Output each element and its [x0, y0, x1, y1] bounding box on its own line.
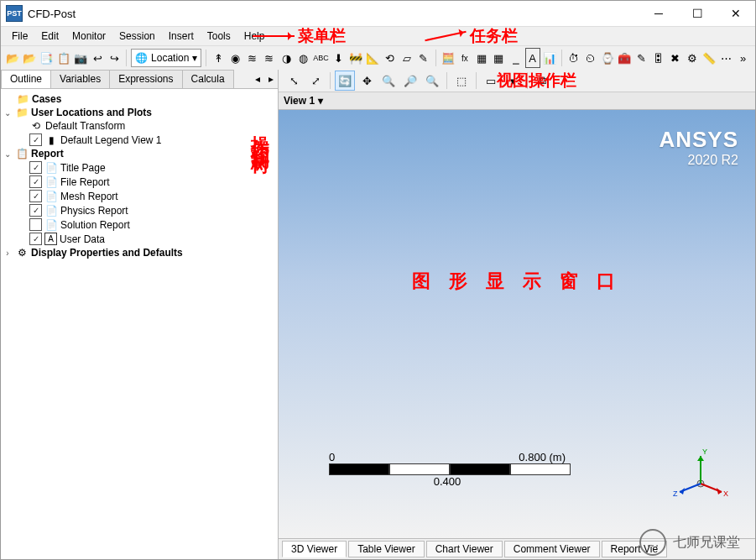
checkbox[interactable]: ✓	[29, 133, 42, 146]
menu-help[interactable]: Help	[238, 29, 271, 44]
volume-icon[interactable]: ◍	[295, 48, 310, 68]
pan-icon[interactable]: ✥	[357, 71, 377, 91]
tree-solution-report[interactable]: 📄 Solution Report	[29, 217, 276, 232]
checkbox[interactable]	[29, 218, 42, 231]
calculator-icon[interactable]: 🧮	[441, 48, 456, 68]
label-icon[interactable]: A	[525, 48, 540, 68]
arrow-down-icon[interactable]: ⬇	[331, 48, 347, 68]
undo-icon[interactable]: ↩	[90, 48, 105, 68]
overflow-icon[interactable]: »	[736, 48, 751, 68]
expander-icon[interactable]: ⌄	[3, 149, 13, 159]
tab-table-viewer[interactable]: Table Viewer	[348, 541, 424, 557]
tab-outline[interactable]: Outline	[1, 70, 51, 88]
tree-file-report[interactable]: ✓ 📄 File Report	[29, 175, 276, 189]
open2-icon[interactable]: 📂	[22, 48, 37, 68]
view-dropdown-icon[interactable]: ▾	[318, 95, 323, 107]
tree-default-legend[interactable]: ✓ ▮ Default Legend View 1	[29, 133, 276, 147]
vector-icon[interactable]: ↟	[211, 48, 226, 68]
clock-icon[interactable]: ⌚	[600, 48, 615, 68]
tab-variables[interactable]: Variables	[50, 70, 110, 88]
tree-user-locations[interactable]: ⌄ 📁 User Locations and Plots	[3, 106, 276, 119]
menu-monitor[interactable]: Monitor	[66, 29, 112, 44]
contour-icon[interactable]: ◉	[227, 48, 242, 68]
plane-icon[interactable]: ▱	[399, 48, 414, 68]
rect-icon[interactable]: ▭	[481, 71, 501, 91]
tab-next-icon[interactable]: ▸	[264, 73, 278, 85]
menu-bar: File Edit Monitor Session Insert Tools H…	[1, 27, 755, 46]
menu-insert[interactable]: Insert	[163, 29, 200, 44]
view-header[interactable]: View 1 ▾	[279, 92, 755, 110]
expander-icon[interactable]: ›	[3, 249, 13, 258]
pick-icon[interactable]: ⤢	[305, 71, 326, 91]
tab-3d-viewer[interactable]: 3D Viewer	[282, 541, 347, 557]
menu-session[interactable]: Session	[113, 29, 161, 44]
minimize-button[interactable]: ─	[639, 1, 678, 26]
expander-icon[interactable]: ⌄	[3, 108, 13, 118]
viewport[interactable]: ANSYS 2020 R2 图 形 显 示 窗 口 0 0.800 (m) 0.…	[279, 110, 755, 538]
tab-comment-viewer[interactable]: Comment Viewer	[504, 541, 600, 557]
checkbox[interactable]: ✓	[29, 233, 42, 245]
tab-expressions[interactable]: Expressions	[109, 70, 182, 88]
tree-physics-report[interactable]: ✓ 📄 Physics Report	[29, 203, 276, 217]
box-icon[interactable]: ⬚	[451, 71, 472, 91]
zoom-in-icon[interactable]: 🔎	[400, 71, 420, 91]
tree-mesh-report[interactable]: ✓ 📄 Mesh Report	[29, 189, 276, 203]
orbit-icon[interactable]: ⟲	[382, 48, 397, 68]
outline-tree[interactable]: 📁 Cases ⌄ 📁 User Locations and Plots ⟲ D…	[1, 89, 278, 559]
tree-title-page[interactable]: ✓ 📄 Title Page	[29, 160, 276, 175]
timer2-icon[interactable]: ⏲	[583, 48, 598, 68]
ruler-icon[interactable]: 📐	[365, 48, 380, 68]
tree-display-properties[interactable]: › ⚙ Display Properties and Defaults	[3, 246, 276, 259]
gear-icon[interactable]: ⚙	[685, 48, 700, 68]
text-icon[interactable]: ABC	[312, 48, 330, 68]
maximize-button[interactable]: ☐	[678, 1, 717, 26]
tree-user-data[interactable]: ✓ A User Data	[29, 232, 276, 246]
line-icon[interactable]: ⎯	[508, 48, 523, 68]
chart-icon[interactable]: 📊	[542, 48, 557, 68]
checkbox[interactable]: ✓	[29, 175, 42, 188]
multi-view-icon[interactable]: ⧉	[532, 71, 552, 91]
checkbox[interactable]: ✓	[29, 161, 42, 174]
rotate-icon[interactable]: 🔄	[335, 71, 355, 91]
location-dropdown[interactable]: 🌐 Location ▾	[131, 49, 201, 67]
copy-icon[interactable]: 📋	[56, 48, 71, 68]
zoom-icon[interactable]: 🔍	[378, 71, 399, 91]
tab-chart-viewer[interactable]: Chart Viewer	[426, 541, 503, 557]
settings-icon[interactable]: 🎛	[651, 48, 666, 68]
particle-icon[interactable]: ◑	[279, 48, 294, 68]
redo-icon[interactable]: ↪	[107, 48, 122, 68]
open-icon[interactable]: 📂	[5, 48, 20, 68]
menu-edit[interactable]: Edit	[35, 29, 65, 44]
tree-report[interactable]: ⌄ 📋 Report	[3, 147, 276, 160]
close-button[interactable]: ✕	[717, 1, 755, 26]
tree-cases[interactable]: 📁 Cases	[16, 92, 276, 106]
table-icon[interactable]: ▦	[474, 48, 489, 68]
timer-icon[interactable]: ⏱	[566, 48, 581, 68]
measure-icon[interactable]: 📏	[701, 48, 717, 68]
checkbox[interactable]: ✓	[29, 190, 42, 202]
axis-triad[interactable]: X Y Z	[671, 446, 730, 505]
camera-icon[interactable]: 📷	[73, 48, 88, 68]
construct-icon[interactable]: 🚧	[348, 48, 363, 68]
toolbox-icon[interactable]: 🧰	[617, 48, 632, 68]
tab-prev-icon[interactable]: ◂	[251, 73, 264, 85]
checkbox[interactable]: ✓	[29, 204, 42, 217]
pencil-icon[interactable]: ✎	[633, 48, 649, 68]
streamline2-icon[interactable]: ≋	[262, 48, 277, 68]
dropdown-icon[interactable]: ▾	[503, 71, 523, 91]
menu-file[interactable]: File	[6, 29, 34, 44]
table2-icon[interactable]: ▦	[491, 48, 506, 68]
more-icon[interactable]: ⋯	[718, 48, 733, 68]
menu-tools[interactable]: Tools	[201, 29, 237, 44]
select-icon[interactable]: ⤡	[284, 71, 304, 91]
zoom-fit-icon[interactable]: 🔍	[422, 71, 442, 91]
streamline-icon[interactable]: ≋	[245, 48, 260, 68]
tab-report-viewer[interactable]: Report Vie	[602, 541, 667, 557]
tree-default-transform[interactable]: ⟲ Default Transform	[29, 119, 276, 133]
edit-icon[interactable]: ✎	[416, 48, 431, 68]
title-bar: PST CFD-Post ─ ☐ ✕	[1, 1, 755, 27]
delete-icon[interactable]: ✖	[668, 48, 683, 68]
tab-calculators[interactable]: Calcula	[182, 70, 234, 88]
cases-icon[interactable]: 📑	[39, 48, 54, 68]
fx-icon[interactable]: fx	[457, 48, 472, 68]
